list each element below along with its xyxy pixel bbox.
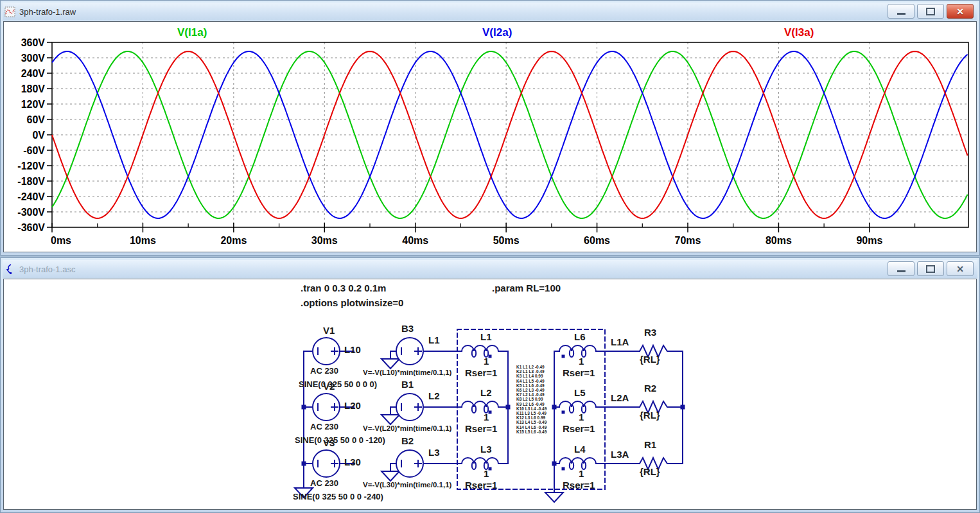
- net-label-L1A[interactable]: L1A: [611, 336, 629, 347]
- net-label-L30[interactable]: L30: [344, 456, 361, 467]
- value-V2-sine[interactable]: SINE(0 325 50 0 0 -120): [295, 435, 385, 445]
- refdes-L2[interactable]: L2: [480, 387, 492, 398]
- net-label-L2A[interactable]: L2A: [611, 392, 629, 403]
- net-label-L10[interactable]: L10: [344, 344, 361, 355]
- schematic-window: 3ph-trafo-1.asc ✕: [0, 257, 980, 513]
- schematic-canvas[interactable]: [1, 258, 980, 513]
- x-tick-label: 90ms: [856, 235, 882, 246]
- value-L6[interactable]: 1: [579, 356, 584, 367]
- k-coupling-directives[interactable]: K1 L1 L2 -0.49 K2 L1 L3 -0.49 K3 L1 L4 0…: [516, 365, 547, 434]
- maximize-icon: [926, 265, 935, 273]
- refdes-B3[interactable]: B3: [401, 323, 414, 334]
- refdes-L5[interactable]: L5: [574, 387, 586, 398]
- plot-area[interactable]: 360V300V240V180V120V60V0V-60V-120V-180V-…: [4, 22, 977, 252]
- refdes-R1[interactable]: R1: [644, 439, 656, 450]
- rser-L3[interactable]: Rser=1: [465, 480, 497, 491]
- k-line: K1 L1 L2 -0.49: [516, 365, 547, 369]
- refdes-V1[interactable]: V1: [323, 325, 335, 336]
- close-icon: ✕: [956, 7, 964, 16]
- inductor-L1: [462, 345, 498, 357]
- k-line: K14 L4 L6 -0.49: [516, 425, 547, 430]
- minimize-button[interactable]: [888, 4, 914, 19]
- value-L2[interactable]: 1: [484, 412, 489, 422]
- y-tick-label: 120V: [21, 99, 46, 110]
- k-line: K13 L4 L5 -0.49: [516, 420, 547, 424]
- value-V3-sine[interactable]: SINE(0 325 50 0 0 -240): [293, 492, 383, 501]
- trace-label-V(l1a)[interactable]: V(l1a): [177, 26, 207, 39]
- inductor-L2: [462, 401, 498, 413]
- k-line: K5 L1 L6 -0.49: [516, 383, 547, 388]
- trace-label-V(l3a)[interactable]: V(l3a): [784, 26, 814, 39]
- value-V2-ac[interactable]: AC 230: [310, 422, 338, 431]
- value-L4[interactable]: 1: [579, 468, 584, 479]
- rser-L4[interactable]: Rser=1: [563, 480, 595, 491]
- k-line: K4 L1 L5 -0.49: [516, 379, 547, 383]
- minimize-icon: [897, 13, 906, 15]
- directive-param[interactable]: .param RL=100: [492, 283, 561, 293]
- voltage-source-V3: [313, 450, 340, 477]
- y-tick-label: 0V: [32, 130, 45, 141]
- close-button[interactable]: ✕: [947, 4, 974, 19]
- value-V1-sine[interactable]: SINE(0 325 50 0 0 0): [299, 379, 377, 389]
- refdes-L3[interactable]: L3: [480, 444, 492, 455]
- net-label-L2[interactable]: L2: [428, 390, 440, 401]
- refdes-B2[interactable]: B2: [401, 435, 414, 446]
- ground-icon: [381, 471, 399, 481]
- y-tick-label: 300V: [21, 53, 46, 64]
- refdes-L1[interactable]: L1: [480, 331, 492, 342]
- refdes-V3[interactable]: V3: [323, 437, 335, 448]
- net-label-L20[interactable]: L20: [344, 400, 361, 411]
- bsource-B3: [396, 338, 423, 365]
- x-tick-label: 70ms: [675, 235, 701, 246]
- x-tick-label: 50ms: [493, 235, 520, 246]
- value-R3[interactable]: {RL}: [640, 354, 660, 365]
- k-line: K10 L3 L4 -0.49: [516, 406, 547, 411]
- bsource-B2: [396, 450, 423, 477]
- k-line: K6 L2 L3 -0.49: [516, 388, 547, 392]
- refdes-V2[interactable]: V2: [323, 381, 335, 392]
- rser-L2[interactable]: Rser=1: [465, 423, 497, 434]
- refdes-L4[interactable]: L4: [574, 444, 586, 455]
- y-tick-label: 180V: [21, 83, 46, 94]
- rser-L6[interactable]: Rser=1: [563, 367, 595, 378]
- value-V3-ac[interactable]: AC 230: [310, 478, 338, 488]
- y-tick-label: 360V: [21, 37, 46, 48]
- refdes-R3[interactable]: R3: [644, 327, 656, 338]
- refdes-L6[interactable]: L6: [574, 331, 586, 342]
- x-tick-label: 20ms: [220, 235, 247, 246]
- y-tick-label: -180V: [17, 176, 45, 187]
- value-B1-expr[interactable]: V=-V(L20)*min(time/0.1,1): [363, 424, 451, 432]
- value-L3[interactable]: 1: [484, 468, 489, 479]
- directive-options[interactable]: .options plotwinsize=0: [301, 297, 403, 308]
- value-B3-expr[interactable]: V=-V(L10)*min(time/0.1,1): [363, 369, 451, 376]
- refdes-R2[interactable]: R2: [644, 383, 656, 394]
- net-label-L3[interactable]: L3: [428, 447, 440, 458]
- rser-L1[interactable]: Rser=1: [465, 367, 497, 378]
- inductor-L5: [559, 401, 596, 413]
- waveform-titlebar[interactable]: 3ph-trafo-1.raw ✕: [3, 3, 977, 21]
- trace-label-V(l2a)[interactable]: V(l2a): [482, 26, 512, 39]
- net-label-L3A[interactable]: L3A: [611, 449, 629, 460]
- value-R2[interactable]: {RL}: [640, 410, 660, 421]
- refdes-B1[interactable]: B1: [401, 379, 414, 390]
- maximize-button[interactable]: [917, 261, 944, 276]
- minimize-button[interactable]: [888, 261, 914, 276]
- value-R1[interactable]: {RL}: [640, 466, 660, 477]
- x-tick-label: 0ms: [51, 235, 71, 246]
- close-button[interactable]: ✕: [947, 261, 974, 276]
- value-V1-ac[interactable]: AC 230: [310, 366, 338, 376]
- schematic-titlebar[interactable]: 3ph-trafo-1.asc ✕: [3, 260, 977, 278]
- net-label-L1[interactable]: L1: [428, 335, 440, 345]
- directive-tran[interactable]: .tran 0 0.3 0.2 0.1m: [301, 283, 386, 293]
- window-title: 3ph-trafo-1.asc: [19, 265, 75, 274]
- k-line: K12 L3 L6 0.99: [516, 415, 547, 420]
- value-L1[interactable]: 1: [484, 356, 489, 367]
- k-line: K7 L2 L4 -0.49: [516, 392, 547, 397]
- value-L5[interactable]: 1: [579, 412, 584, 422]
- y-tick-label: -360V: [17, 222, 45, 233]
- rser-L5[interactable]: Rser=1: [563, 423, 595, 434]
- value-B2-expr[interactable]: V=-V(L30)*min(time/0.1,1): [363, 481, 451, 489]
- maximize-button[interactable]: [917, 4, 944, 19]
- voltage-source-V1: [313, 338, 340, 365]
- ground-icon: [381, 359, 399, 369]
